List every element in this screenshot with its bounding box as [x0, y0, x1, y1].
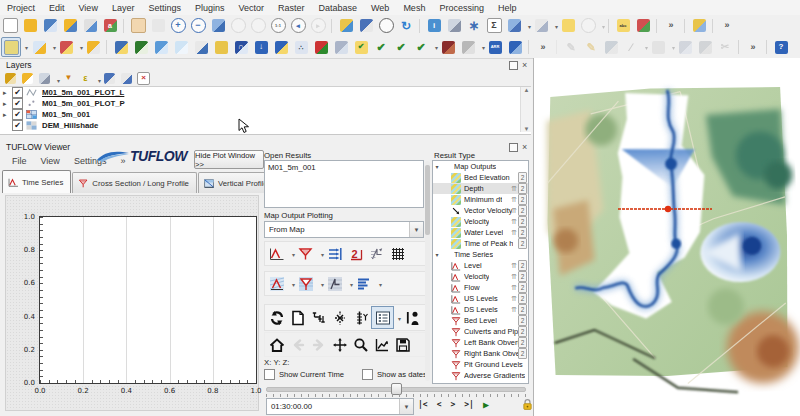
- open-result-m01-5m-001[interactable]: M01_5m_001: [265, 161, 423, 174]
- clear-plot-button[interactable]: [287, 307, 308, 328]
- field-calculator-icon[interactable]: [505, 17, 523, 35]
- check-tuflow-files-icon[interactable]: ✔: [372, 38, 390, 56]
- open-layer-styling-icon[interactable]: [3, 71, 18, 86]
- identify-features-icon[interactable]: i: [425, 17, 443, 35]
- reset-plot-view-button[interactable]: [266, 334, 287, 355]
- result-type-vector-velocity[interactable]: Vector Velocity ⇈2: [433, 205, 528, 216]
- result-type-velocity[interactable]: Velocity ⇈2: [433, 216, 528, 227]
- batch-timeseries-plot-button[interactable]: [266, 273, 287, 294]
- temporal-controller-icon[interactable]: [377, 17, 395, 35]
- filter-by-expression-icon[interactable]: ε: [78, 71, 93, 86]
- play-through-timesteps-button[interactable]: ▶: [483, 399, 489, 410]
- tuflow-run-tcf-icon[interactable]: ∴: [292, 38, 310, 56]
- tuflow-package-model-icon[interactable]: [212, 38, 230, 56]
- result-type-culverts-and-pipes[interactable]: Culverts and Pipes 2: [433, 326, 528, 337]
- manage-map-themes-icon[interactable]: [37, 71, 52, 86]
- remove-layer-icon[interactable]: ×: [136, 71, 151, 86]
- toggle-pits-button[interactable]: [329, 307, 350, 328]
- layer-visibility-checkbox[interactable]: ✔: [12, 109, 23, 120]
- help-contents-icon[interactable]: ?: [772, 38, 790, 56]
- result-type-depth[interactable]: Depth ⇈2: [433, 183, 528, 194]
- toggle-editing-icon[interactable]: ✎: [582, 38, 600, 56]
- configure-subplots-button[interactable]: [371, 334, 392, 355]
- tuflow-import-model-icon[interactable]: [272, 38, 290, 56]
- menu-mesh[interactable]: Mesh: [396, 2, 432, 14]
- result-group-time-series[interactable]: ▾ Time Series: [433, 249, 528, 260]
- toggle-legend-button[interactable]: [371, 306, 394, 329]
- collapse-all-icon[interactable]: [119, 71, 134, 86]
- result-type-velocity[interactable]: Velocity ⇈2: [433, 271, 528, 282]
- plot-view-forward-button[interactable]: [308, 334, 329, 355]
- layer-row-m01-5m-001-plot-l[interactable]: ▸ ✔ M01_5m_001_PLOT_L: [0, 87, 531, 98]
- checkbox-show-current-time[interactable]: Show Current Time: [264, 369, 344, 380]
- cross-section-plot-button[interactable]: [295, 243, 316, 264]
- result-type-time-of-peak-h[interactable]: Time of Peak h 2: [433, 238, 528, 249]
- menu-vector[interactable]: Vector: [231, 2, 271, 14]
- layer-expander[interactable]: ▸: [3, 111, 12, 119]
- modify-attributes-icon[interactable]: [676, 38, 694, 56]
- tuflow-moth-icon[interactable]: [439, 38, 457, 56]
- labeling-icon[interactable]: abc: [614, 17, 632, 35]
- menu-layer[interactable]: Layer: [105, 2, 142, 14]
- plot-2d-map-output-button[interactable]: 2: [345, 243, 366, 264]
- layer-expander[interactable]: ▸: [3, 100, 12, 108]
- pan-to-selection-icon[interactable]: [149, 17, 167, 35]
- menu-view[interactable]: View: [35, 154, 66, 168]
- tuflow-download-icon[interactable]: ↓: [252, 38, 270, 56]
- open-attribute-table-icon[interactable]: [445, 17, 463, 35]
- map-output-source-combo[interactable]: From Map ▼: [264, 221, 424, 238]
- refresh-map-icon[interactable]: ↻: [397, 17, 415, 35]
- add-line-feature-icon[interactable]: ∕: [622, 38, 640, 56]
- pan-map-icon[interactable]: [129, 17, 147, 35]
- middle-scrollbar[interactable]: [425, 161, 430, 381]
- tree-expander[interactable]: ▾: [433, 251, 441, 258]
- toggle-culverts-button[interactable]: [308, 307, 329, 328]
- new-project-icon[interactable]: [1, 17, 19, 35]
- checkbox[interactable]: [264, 369, 275, 380]
- toolbar-overflow-1-icon[interactable]: »: [662, 17, 680, 35]
- zoom-out-icon[interactable]: −: [189, 17, 207, 35]
- open-project-icon[interactable]: [21, 17, 39, 35]
- deselect-features-icon[interactable]: [30, 38, 48, 56]
- zoom-plot-button[interactable]: [350, 334, 371, 355]
- check-dropdown-icon[interactable]: ✔: [412, 38, 430, 56]
- tree-expander[interactable]: ▾: [433, 163, 441, 170]
- vertex-tool-icon[interactable]: [649, 38, 667, 56]
- save-project-icon[interactable]: [41, 17, 59, 35]
- menu-plugins[interactable]: Plugins: [188, 2, 232, 14]
- select-features-icon[interactable]: [1, 37, 21, 57]
- tuflow-float-icon[interactable]: [509, 143, 518, 152]
- zoom-to-layer-icon[interactable]: [249, 17, 267, 35]
- delete-selected-icon[interactable]: [696, 38, 714, 56]
- layer-visibility-checkbox[interactable]: ✔: [12, 120, 23, 131]
- result-type-flow[interactable]: Flow ⇈2: [433, 282, 528, 293]
- tuflow-import-empty-icon[interactable]: [152, 38, 170, 56]
- zoom-last-icon[interactable]: ◂: [289, 17, 307, 35]
- measure-line-icon[interactable]: [532, 17, 550, 35]
- result-type-right-bank-obvert[interactable]: Right Bank Obvert 2: [433, 348, 528, 359]
- menu-edit[interactable]: Edit: [42, 2, 72, 14]
- plot-view-back-button[interactable]: [287, 334, 308, 355]
- flux-line-plot-button[interactable]: [324, 243, 345, 264]
- add-group-icon[interactable]: [20, 71, 35, 86]
- tab-cross-section-long-profile[interactable]: Cross Section / Long Profile: [72, 172, 197, 193]
- menu-help[interactable]: Help: [491, 2, 524, 14]
- tuflow-arch-bridge-icon[interactable]: ∩: [232, 38, 250, 56]
- tuflow-grid-check-icon[interactable]: [332, 38, 350, 56]
- apply-tuflow-styles-icon[interactable]: ✔: [352, 38, 370, 56]
- project-properties-icon[interactable]: [81, 17, 99, 35]
- search-icon[interactable]: [579, 17, 597, 35]
- tab-time-series[interactable]: Time Series: [2, 170, 71, 193]
- zoom-to-selection-icon[interactable]: [229, 17, 247, 35]
- statistical-summary-icon[interactable]: Σ: [485, 17, 503, 35]
- tuflow-close-icon[interactable]: ×: [522, 144, 527, 151]
- batch-curtain-plot-button[interactable]: [324, 273, 345, 294]
- toggle-nodes-button[interactable]: [350, 307, 371, 328]
- layer-expander[interactable]: ▸: [3, 89, 12, 97]
- first-timestep-button[interactable]: |<: [418, 400, 428, 409]
- checkbox[interactable]: [362, 369, 373, 380]
- arr-to-tuflow-icon[interactable]: ARR: [486, 38, 504, 56]
- layers-close-icon[interactable]: ×: [522, 62, 527, 69]
- last-timestep-button[interactable]: >|: [464, 400, 474, 409]
- expand-all-icon[interactable]: [102, 71, 117, 86]
